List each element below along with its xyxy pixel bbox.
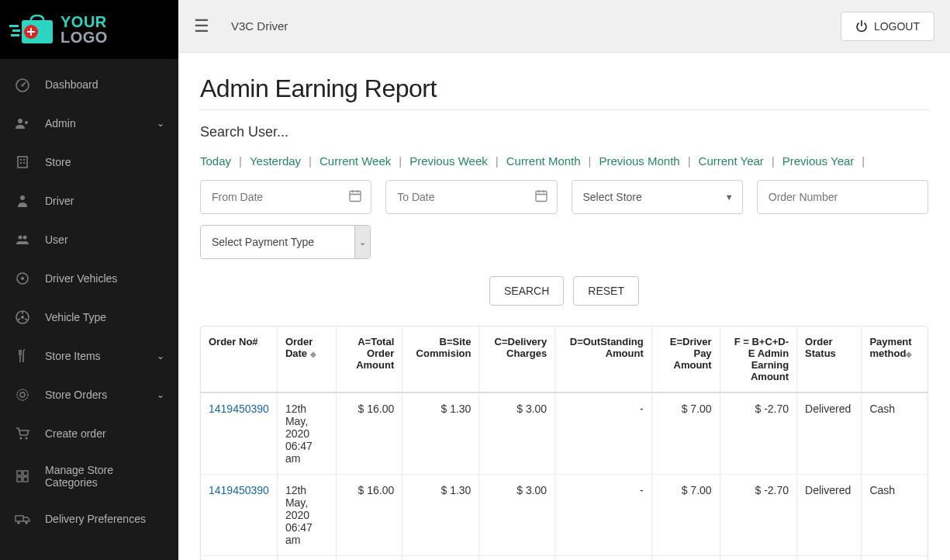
col-order-no[interactable]: Order No#: [201, 327, 277, 392]
payment-type-label: Select Payment Type: [201, 226, 354, 258]
svg-point-7: [18, 119, 22, 123]
sidebar-item-label: Manage Store Categories: [45, 464, 164, 489]
table-row: 107278709417th April, 2020 01:05$ 671.50…: [201, 556, 928, 561]
col-status[interactable]: Order Status: [797, 327, 862, 392]
svg-point-30: [17, 521, 20, 524]
cell-commission: $ 1.30: [402, 475, 479, 556]
svg-point-23: [20, 437, 22, 440]
from-date-input[interactable]: [200, 180, 371, 214]
separator: |: [688, 154, 691, 168]
filter-today[interactable]: Today: [200, 154, 231, 168]
building-icon: [14, 154, 31, 171]
cell-total: $ 16.00: [337, 392, 402, 475]
separator: |: [496, 154, 499, 168]
svg-point-16: [23, 236, 27, 240]
cell-admin-earning: $ -2.70: [720, 392, 796, 475]
svg-rect-11: [23, 159, 25, 161]
order-number-wrap: [757, 180, 928, 214]
sidebar-item-delivery-preferences[interactable]: Delivery Preferences: [0, 500, 178, 538]
cell-driver-pay: $ 10.00: [651, 556, 720, 561]
target-icon: [14, 270, 31, 287]
sidebar-item-label: Store Orders: [45, 389, 157, 401]
logout-label: LOGOUT: [874, 20, 920, 33]
logo[interactable]: YOUR LOGO: [0, 0, 178, 59]
order-no-link[interactable]: 1072787094: [201, 556, 277, 561]
sidebar-item-store-orders[interactable]: Store Orders⌄: [0, 375, 178, 414]
col-commission[interactable]: B=Site Commision: [402, 327, 479, 392]
report-table: Order No# Order Date ◆ A=Total Order Amo…: [201, 327, 928, 560]
svg-point-8: [25, 121, 28, 124]
sidebar-item-driver-vehicles[interactable]: Driver Vehicles: [0, 259, 178, 298]
col-order-date[interactable]: Order Date ◆: [277, 327, 337, 392]
sidebar-item-create-order[interactable]: Create order: [0, 414, 178, 453]
filter-previous-month[interactable]: Previous Month: [599, 154, 679, 168]
filter-current-year[interactable]: Current Year: [699, 154, 764, 168]
cell-delivery: $ 3.00: [479, 475, 555, 556]
svg-point-20: [21, 316, 24, 319]
cell-status: Delivered: [797, 556, 862, 561]
cell-delivery: $ 3.00: [479, 392, 555, 475]
col-admin-earning[interactable]: F = B+C+D-E Admin Earning Amount: [720, 327, 796, 392]
svg-point-31: [25, 521, 28, 524]
topbar-title: V3C Driver: [231, 19, 288, 33]
filter-current-week[interactable]: Current Week: [320, 154, 391, 168]
order-no-link[interactable]: 1419450390: [201, 392, 277, 475]
search-button[interactable]: SEARCH: [489, 276, 564, 306]
sidebar-item-manage-store-categories[interactable]: Manage Store Categories: [0, 453, 178, 500]
sidebar-item-admin[interactable]: Admin⌄: [0, 104, 178, 143]
menu-toggle-icon[interactable]: ☰: [194, 16, 209, 36]
order-no-link[interactable]: 1419450390: [201, 475, 277, 556]
svg-rect-28: [23, 477, 28, 482]
cell-total: $ 16.00: [337, 475, 402, 556]
sidebar-item-label: Admin: [45, 117, 157, 130]
col-delivery[interactable]: C=Delivery Charges: [479, 327, 555, 392]
cell-admin-earning: $ -2.70: [720, 475, 796, 556]
filter-yesterday[interactable]: Yesterday: [250, 154, 301, 168]
filter-current-month[interactable]: Current Month: [506, 154, 581, 168]
cell-outstanding: $ 10.00: [555, 556, 652, 561]
filter-previous-year[interactable]: Previous Year: [782, 154, 855, 168]
select-store-dropdown[interactable]: Select Store: [572, 180, 743, 214]
sort-icon: ◆: [906, 350, 912, 358]
svg-point-21: [17, 389, 28, 400]
to-date-input[interactable]: [385, 180, 557, 214]
sidebar-item-label: Dashboard: [45, 78, 164, 91]
order-number-input[interactable]: [757, 180, 928, 214]
reset-button[interactable]: RESET: [573, 276, 639, 306]
logout-button[interactable]: LOGOUT: [841, 12, 934, 41]
sidebar-item-label: Create order: [45, 427, 164, 440]
svg-point-6: [22, 85, 24, 87]
filter-previous-week[interactable]: Previous Week: [409, 154, 488, 168]
svg-rect-27: [17, 477, 22, 482]
cell-commission: $ 64.35: [402, 556, 479, 561]
cell-status: Delivered: [797, 392, 862, 475]
steering-wheel-icon: [14, 309, 31, 326]
svg-rect-10: [20, 159, 22, 161]
cart-icon: [14, 425, 31, 442]
sidebar-item-vehicle-type[interactable]: Vehicle Type: [0, 298, 178, 337]
svg-point-14: [20, 195, 25, 200]
sidebar-item-user[interactable]: User: [0, 220, 178, 259]
payment-type-dropdown[interactable]: Select Payment Type ⌄: [200, 225, 371, 259]
svg-rect-3: [12, 29, 20, 32]
sidebar-item-store-items[interactable]: Store Items⌄: [0, 337, 178, 375]
topbar: ☰ V3C Driver LOGOUT: [178, 0, 950, 53]
main: ☰ V3C Driver LOGOUT Admin Earning Report…: [178, 0, 950, 560]
col-total[interactable]: A=Total Order Amount: [337, 327, 402, 392]
svg-rect-2: [9, 25, 19, 27]
svg-rect-13: [23, 162, 25, 164]
power-icon: [855, 20, 868, 33]
search-user-label[interactable]: Search User...: [200, 124, 928, 140]
cell-admin-earning: $ 64.35: [720, 556, 796, 561]
people-group-icon: [14, 231, 31, 248]
sidebar-item-store[interactable]: Store: [0, 143, 178, 181]
sidebar-item-dashboard[interactable]: Dashboard: [0, 65, 178, 104]
col-pay-method[interactable]: Payment method◆: [862, 327, 928, 392]
sidebar-item-label: Delivery Preferences: [45, 513, 164, 525]
chevron-down-icon: ⌄: [354, 226, 370, 258]
col-outstanding[interactable]: D=OutStanding Amount: [555, 327, 652, 392]
sidebar-item-driver[interactable]: Driver: [0, 181, 178, 220]
cell-total: $ 671.50: [337, 556, 402, 561]
col-driver-pay[interactable]: E=Driver Pay Amount: [651, 327, 720, 392]
sidebar: YOUR LOGO DashboardAdmin⌄StoreDriverUser…: [0, 0, 178, 560]
